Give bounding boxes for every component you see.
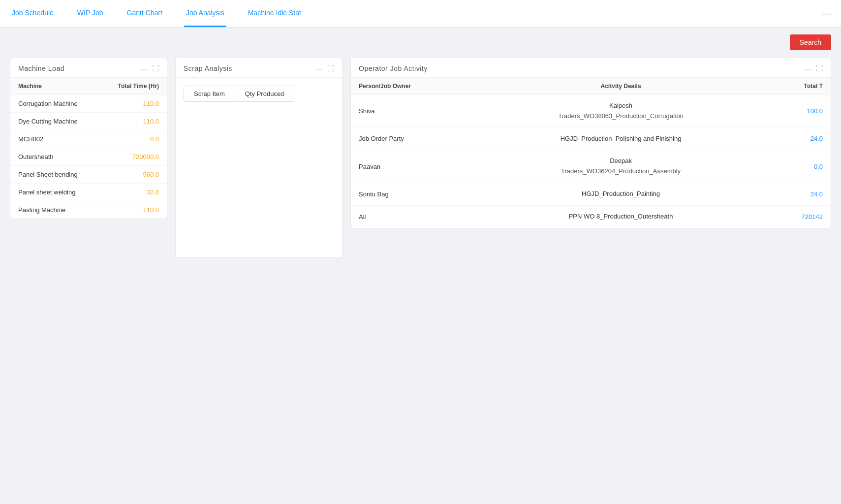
oja-col-person: Person/Job Owner [351,78,483,95]
collapse-icon[interactable]: — [822,8,831,19]
oja-person: All [351,205,483,227]
oja-col-activity: Acitvity Deails [483,78,758,95]
table-row: Job Order PartyHGJD_Production_Polishing… [351,127,831,150]
table-row: Pasting Machine110.0 [10,201,167,219]
oja-person: Paavan [351,150,483,183]
ml-machine-name: MCH002 [10,130,99,148]
search-button[interactable]: Search [790,34,831,50]
ml-machine-name: Panel sheet welding [10,184,99,201]
table-row: PaavanDeepakTraders_WO36204_Production_A… [351,150,831,183]
ml-machine-time: 560.0 [99,166,167,184]
table-row: Sontu BagHGJD_Production_Painting24.0 [351,183,831,205]
ml-machine-time: 110.0 [99,113,167,130]
table-row: AllPPN WO 8_Production_Outersheath720142 [351,205,831,227]
oja-activity: KalpeshTraders_WO38063_Production_Corrug… [483,95,758,128]
oja-total: 24.0 [758,127,831,150]
machine-load-expand-icon[interactable]: ⛶ [152,64,159,72]
scrap-analysis-widget: Scrap Analysis — ⛶ Scrap Item Qty Produc… [175,57,343,258]
nav-tabs: Job Schedule WIP Job Gantt Chart Job Ana… [10,0,822,27]
tab-job-analysis[interactable]: Job Analysis [184,0,226,27]
oja-total: 24.0 [758,183,831,205]
table-row: Dye Cutting Machine110.0 [10,113,167,130]
operator-job-activity-controls: — ⛶ [804,64,823,72]
table-row: Panel sheet welding32.0 [10,184,167,201]
oja-total: 0.0 [758,150,831,183]
oja-activity: PPN WO 8_Production_Outersheath [483,205,758,227]
ml-machine-name: Pasting Machine [10,201,99,219]
machine-load-widget: Machine Load — ⛶ Machine Total Time (Hr)… [10,57,167,219]
ml-machine-time: 110.0 [99,95,167,113]
scrap-tab-scrap-item[interactable]: Scrap Item [184,86,235,102]
machine-load-title: Machine Load [18,64,64,72]
ml-machine-time: 110.0 [99,201,167,219]
scrap-analysis-minimize-icon[interactable]: — [315,64,322,72]
nav-bar: Job Schedule WIP Job Gantt Chart Job Ana… [0,0,841,28]
ml-machine-time: 720000.0 [99,148,167,166]
table-row: Outersheath720000.0 [10,148,167,166]
oja-minimize-icon[interactable]: — [804,64,811,72]
tab-gantt-chart[interactable]: Gantt Chart [125,0,164,27]
ml-col-machine: Machine [10,78,99,95]
operator-job-activity-title: Operator Job Activity [359,64,428,72]
oja-person: Job Order Party [351,127,483,150]
table-row: MCH0020.0 [10,130,167,148]
oja-total: 100.0 [758,95,831,128]
machine-load-table: Machine Total Time (Hr) Corrugation Mach… [10,78,167,219]
oja-person: Sontu Bag [351,183,483,205]
machine-load-header: Machine Load — ⛶ [10,58,167,78]
oja-activity: DeepakTraders_WO36204_Production_Assembl… [483,150,758,183]
ml-machine-name: Dye Cutting Machine [10,113,99,130]
machine-load-controls: — ⛶ [140,64,159,72]
tab-machine-idle-stat[interactable]: Machine Idle Stat [246,0,303,27]
oja-activity: HGJD_Production_Polishing and Finishing [483,127,758,150]
scrap-analysis-controls: — ⛶ [315,64,334,72]
table-row: Corrugation Machine110.0 [10,95,167,113]
table-row: Panel Sheet bending560.0 [10,166,167,184]
scrap-tabs: Scrap Item Qty Produced [176,78,342,110]
scrap-analysis-header: Scrap Analysis — ⛶ [176,58,342,78]
ml-machine-name: Corrugation Machine [10,95,99,113]
scrap-content-area [176,110,342,257]
oja-col-total: Total T [758,78,831,95]
machine-load-minimize-icon[interactable]: — [140,64,147,72]
operator-job-activity-table: Person/Job Owner Acitvity Deails Total T… [351,78,831,228]
ml-machine-name: Panel Sheet bending [10,166,99,184]
tab-wip-job[interactable]: WIP Job [75,0,105,27]
ml-col-time: Total Time (Hr) [99,78,167,95]
oja-expand-icon[interactable]: ⛶ [816,64,823,72]
ml-machine-time: 32.0 [99,184,167,201]
oja-person: Shiva [351,95,483,128]
oja-total: 720142 [758,205,831,227]
scrap-analysis-expand-icon[interactable]: ⛶ [327,64,334,72]
tab-job-schedule[interactable]: Job Schedule [10,0,56,27]
main-content: Machine Load — ⛶ Machine Total Time (Hr)… [0,57,841,268]
operator-job-activity-widget: Operator Job Activity — ⛶ Person/Job Own… [350,57,831,228]
scrap-tab-qty-produced[interactable]: Qty Produced [235,86,295,102]
oja-activity: HGJD_Production_Painting [483,183,758,205]
ml-machine-name: Outersheath [10,148,99,166]
ml-machine-time: 0.0 [99,130,167,148]
scrap-analysis-title: Scrap Analysis [184,64,232,72]
operator-job-activity-header: Operator Job Activity — ⛶ [351,58,831,78]
search-toolbar: Search [0,28,841,57]
table-row: ShivaKalpeshTraders_WO38063_Production_C… [351,95,831,128]
